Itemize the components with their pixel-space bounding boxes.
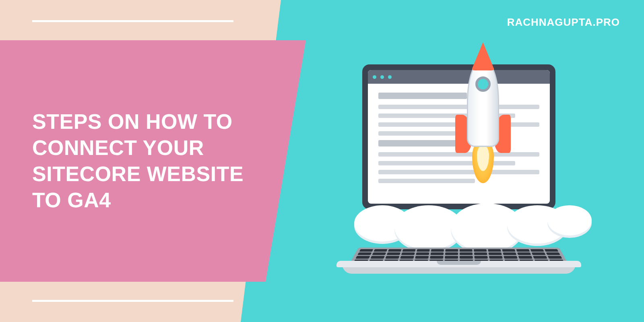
top-divider	[32, 20, 233, 22]
brand-label: RACHNAGUPTA.PRO	[507, 16, 620, 29]
hero-banner: RACHNAGUPTA.PRO STEPS ON HOW TO CONNECT …	[0, 0, 644, 322]
laptop-base	[342, 264, 576, 274]
rocket-icon	[453, 38, 513, 207]
laptop-rocket-illustration	[330, 48, 588, 290]
rocket-nose-icon	[471, 42, 495, 70]
rocket-window-icon	[475, 76, 491, 92]
cloud-icon	[547, 205, 592, 235]
headline-text: STEPS ON HOW TO CONNECT YOUR SITECORE WE…	[0, 109, 306, 213]
bottom-divider	[32, 300, 233, 302]
window-dot-icon	[380, 75, 384, 79]
laptop-notch	[437, 261, 481, 265]
rocket-body	[467, 58, 499, 147]
headline-panel: STEPS ON HOW TO CONNECT YOUR SITECORE WE…	[0, 40, 306, 282]
window-dot-icon	[388, 75, 392, 79]
window-dot-icon	[373, 75, 376, 79]
